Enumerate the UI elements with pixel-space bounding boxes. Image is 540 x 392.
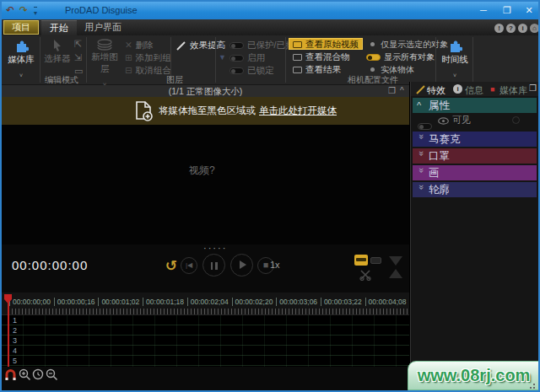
minimize-button[interactable]: ─: [472, 2, 494, 19]
timeline-tracks[interactable]: 123456: [2, 315, 418, 367]
toggle-off-icon: [230, 42, 244, 49]
ribbon-divider: [86, 37, 87, 83]
marker-off-button[interactable]: [370, 257, 381, 264]
right-panel-tabs: 特效 i 信息 ■ 媒体库 ❐: [411, 82, 538, 96]
play-icon: [240, 260, 246, 269]
pen-icon: [416, 85, 425, 94]
speed-label[interactable]: 1x: [270, 260, 280, 270]
select-sub-icon[interactable]: ⇲: [74, 52, 82, 63]
move-up-icon[interactable]: ▲: [219, 40, 226, 49]
add-media-icon: [134, 100, 154, 122]
zoom-in-icon[interactable]: [19, 368, 31, 381]
monitor-icon: [293, 67, 302, 73]
scissors-icon[interactable]: [359, 269, 371, 281]
eye-icon: [438, 117, 449, 125]
fullscreen-icon[interactable]: [386, 255, 406, 280]
section-mask[interactable]: »口罩: [413, 148, 537, 164]
section-properties[interactable]: ^属性: [413, 98, 537, 113]
pause-button[interactable]: [202, 254, 225, 277]
puzzle-icon: [14, 39, 29, 53]
ruler-ticks: [8, 309, 418, 314]
tab-home[interactable]: 开始: [41, 20, 77, 35]
info-circle-icon: i: [453, 84, 462, 94]
zoom-out-icon[interactable]: [46, 368, 58, 381]
chevron-collapsed-icon: »: [414, 168, 429, 178]
play-button[interactable]: [230, 254, 253, 277]
section-label: 马赛克: [429, 133, 461, 145]
reset-icon[interactable]: [512, 116, 520, 124]
alert-icon[interactable]: !: [494, 24, 504, 33]
ruler-label: 00:00:00;00: [9, 298, 51, 306]
help-icon[interactable]: ?: [506, 24, 516, 33]
section-label: 画: [429, 167, 440, 179]
window-title: ProDAD Disguise: [65, 5, 138, 15]
redo-icon[interactable]: ↷: [19, 4, 28, 16]
ruler-label: 00:00:04;08: [365, 298, 407, 306]
media-drop-bar: 将媒体拖至黑色区域或 单击此处打开媒体: [2, 97, 409, 125]
timecode-display: 00:00:00:00: [12, 258, 88, 272]
section-label: 口罩: [429, 150, 450, 162]
add-to-group-button[interactable]: ⊞添加到组: [125, 52, 171, 63]
section-draw[interactable]: »画: [413, 165, 537, 180]
tab-project[interactable]: 项目: [3, 20, 39, 35]
maximize-button[interactable]: ❐: [496, 2, 518, 19]
move-down-icon[interactable]: ▼: [219, 53, 226, 62]
selector-button[interactable]: 选择器: [42, 39, 73, 65]
section-label: 轮廓: [429, 184, 450, 196]
delete-layer-button[interactable]: ✕删除: [125, 40, 154, 51]
toggle-on-icon: [366, 54, 381, 61]
tab-info[interactable]: 信息: [465, 84, 483, 97]
prev-frame-button[interactable]: |◀: [181, 257, 197, 274]
magnet-icon[interactable]: [4, 369, 17, 381]
scrub-dots: ·····: [203, 243, 227, 253]
locked-toggle[interactable]: 已锁定: [230, 65, 274, 76]
visible-toggle[interactable]: [418, 123, 432, 130]
quick-access-more-icon[interactable]: ▾: [34, 7, 37, 19]
open-media-link[interactable]: 单击此处打开媒体: [259, 105, 337, 117]
tab-media-library[interactable]: 媒体库: [500, 84, 527, 97]
panel-float-icon[interactable]: ❐: [529, 83, 537, 93]
media-library-button[interactable]: 媒体库 ˅: [5, 39, 37, 81]
close-button[interactable]: ✕: [518, 2, 540, 19]
preview-canvas[interactable]: 视频?: [2, 125, 409, 244]
marker-button[interactable]: [354, 255, 368, 266]
track-number: 4: [13, 346, 17, 355]
zoom-fit-icon[interactable]: [32, 368, 45, 381]
app-window: ↶ ↷ ▾ ProDAD Disguise ─ ❐ ✕ 项目 开始 用户界面 !…: [0, 0, 540, 392]
effect-sections: »马赛克»口罩»画»轮廓: [411, 132, 538, 197]
undo-icon[interactable]: ↶: [6, 4, 14, 16]
view-blend-button[interactable]: 查看混合物: [289, 51, 354, 63]
track-number: 2: [13, 326, 17, 335]
watermark: www.08rj.com: [408, 361, 540, 390]
track-number: 1: [13, 316, 17, 325]
right-panel: 特效 i 信息 ■ 媒体库 ❐ ^属性 可见 »马赛克»口罩»画»轮廓: [411, 82, 538, 390]
chevron-collapsed-icon: »: [414, 185, 429, 195]
view-original-button[interactable]: 查看原始视频: [289, 38, 363, 50]
ribbon-divider: [215, 37, 216, 83]
show-all-objects-toggle[interactable]: 显示所有对象: [366, 51, 435, 62]
resize-grip[interactable]: [529, 381, 537, 389]
panel-float-icon[interactable]: ❐: [388, 86, 396, 96]
timeline-toolbar: [2, 367, 409, 384]
enabled-toggle[interactable]: 启用: [230, 52, 265, 63]
drop-hint-text: 将媒体拖至黑色区域或: [159, 105, 256, 117]
tab-effects[interactable]: 特效: [427, 84, 446, 97]
ribbon-divider: [472, 37, 473, 83]
section-outline[interactable]: »轮廓: [413, 182, 537, 197]
ruler-label: 00:00:02;04: [187, 298, 229, 306]
loop-icon[interactable]: ↺: [165, 257, 177, 275]
dropdown-icon: ˅: [453, 72, 456, 78]
timeline-ruler[interactable]: 00:00:00;0000:00:00;1600:00:01;0200:00:0…: [2, 293, 409, 315]
tab-user-interface[interactable]: 用户界面: [79, 20, 127, 35]
info-icon[interactable]: i: [518, 24, 527, 33]
select-add-icon[interactable]: ⇱: [74, 39, 82, 50]
panel-collapse-icon[interactable]: ^: [400, 86, 404, 96]
section-label: 属性: [429, 99, 450, 111]
ribbon-divider: [285, 37, 286, 83]
chevron-collapsed-icon: »: [414, 134, 429, 144]
home-icon[interactable]: ⌂: [530, 24, 539, 33]
timeline-button[interactable]: 时间线 ˅: [439, 39, 471, 81]
section-mosaic[interactable]: »马赛克: [413, 132, 537, 147]
dropdown-icon: ˅: [19, 72, 23, 78]
new-layer-button[interactable]: 新增图层 ˅: [88, 39, 122, 90]
